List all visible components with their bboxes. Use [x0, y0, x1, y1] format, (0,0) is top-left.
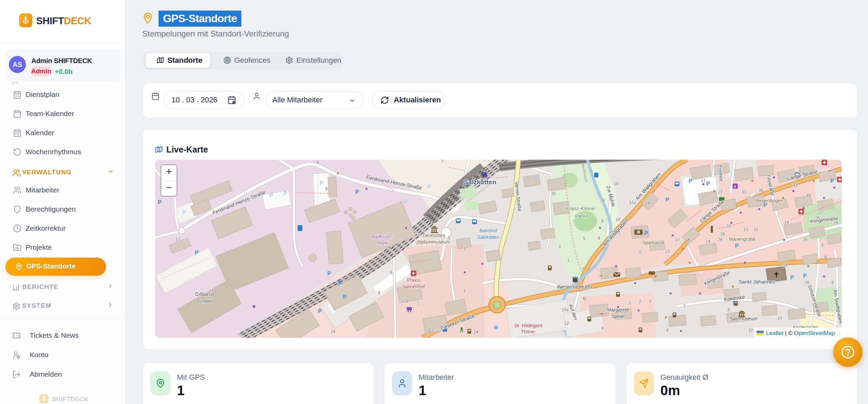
svg-text:12a: 12a [401, 299, 408, 303]
svg-text:48: 48 [806, 193, 811, 198]
svg-text:Speier: Speier [611, 314, 625, 319]
svg-text:1: 1 [463, 289, 466, 293]
svg-text:&: & [734, 185, 736, 188]
svg-text:1: 1 [649, 299, 652, 304]
svg-text:Park: Park [575, 213, 586, 219]
svg-text:P: P [318, 308, 322, 314]
svg-text:3: 3 [629, 301, 631, 305]
svg-text:1: 1 [567, 258, 570, 263]
svg-text:10a: 10a [562, 307, 568, 312]
svg-text:P: P [830, 178, 834, 184]
svg-text:P: P [790, 275, 794, 280]
svg-text:Mariengrotte: Mariengrotte [729, 236, 756, 242]
svg-text:8: 8 [832, 280, 834, 285]
svg-text:19: 19 [784, 220, 789, 225]
svg-text:6: 6 [825, 255, 827, 259]
svg-text:P: P [355, 189, 359, 195]
svg-text:5: 5 [583, 236, 585, 241]
svg-text:16: 16 [805, 280, 809, 285]
svg-text:24: 24 [331, 329, 335, 334]
svg-text:P: P [343, 294, 347, 300]
svg-text:P: P [284, 190, 287, 196]
svg-text:17: 17 [176, 237, 180, 242]
svg-text:Westerntorturm: Westerntorturm [557, 284, 592, 290]
svg-text:P: P [803, 273, 807, 279]
svg-text:14: 14 [782, 263, 787, 268]
svg-text:8: 8 [317, 160, 319, 165]
svg-text:20: 20 [551, 191, 556, 196]
svg-text:16: 16 [600, 198, 605, 203]
svg-text:Raiffeisen-: Raiffeisen- [372, 234, 394, 240]
svg-text:5: 5 [326, 187, 328, 191]
svg-text:27: 27 [818, 210, 823, 215]
svg-text:Praxis: Praxis [407, 277, 420, 283]
svg-text:26: 26 [718, 237, 722, 242]
svg-text:7: 7 [441, 160, 444, 164]
svg-text:11: 11 [638, 249, 642, 254]
svg-text:P: P [706, 181, 710, 187]
svg-text:43: 43 [793, 183, 797, 188]
svg-text:P: P [735, 243, 739, 249]
svg-text:Salzkotten: Salzkotten [464, 178, 496, 186]
svg-text:13: 13 [743, 227, 748, 232]
svg-text:10: 10 [748, 328, 753, 333]
svg-text:6: 6 [390, 270, 392, 275]
svg-text:P: P [483, 160, 487, 162]
svg-text:P: P [404, 199, 408, 204]
svg-text:P: P [195, 250, 199, 256]
svg-text:6: 6 [598, 236, 600, 241]
svg-text:Polizeimuseum: Polizeimuseum [418, 239, 450, 245]
svg-text:3: 3 [558, 244, 561, 249]
svg-text:1: 1 [417, 301, 420, 305]
svg-text:18: 18 [614, 181, 618, 186]
svg-text:9: 9 [601, 326, 604, 331]
svg-text:20: 20 [803, 237, 808, 242]
svg-text:24: 24 [706, 239, 710, 244]
svg-text:7: 7 [495, 208, 497, 213]
svg-text:Sparkasse: Sparkasse [642, 240, 665, 245]
svg-text:Franz-Kleine: Franz-Kleine [566, 205, 595, 211]
svg-text:5: 5 [464, 247, 466, 251]
svg-text:P: P [338, 280, 342, 286]
svg-text:Dr. Hildegard: Dr. Hildegard [514, 323, 542, 328]
svg-text:8: 8 [378, 290, 380, 295]
svg-text:P: P [269, 192, 273, 198]
svg-text:P: P [665, 197, 669, 203]
svg-text:10: 10 [777, 316, 782, 321]
svg-text:Margarete: Margarete [607, 307, 629, 313]
svg-text:P: P [689, 178, 692, 184]
svg-text:13: 13 [665, 249, 670, 254]
svg-text:Regenbogen: Regenbogen [756, 198, 783, 203]
svg-text:8: 8 [601, 219, 604, 223]
svg-text:Salzkotten: Salzkotten [477, 234, 499, 240]
svg-text:P: P [327, 271, 331, 276]
svg-text:P: P [733, 300, 737, 306]
svg-text:9: 9 [666, 328, 669, 333]
svg-text:Gilbarco: Gilbarco [195, 291, 214, 297]
svg-text:→: → [815, 257, 820, 263]
svg-text:4: 4 [821, 243, 824, 247]
svg-text:P: P [535, 176, 538, 182]
svg-text:Cl: Cl [428, 328, 433, 333]
svg-text:P: P [320, 180, 324, 186]
svg-text:Salzmuseum: Salzmuseum [730, 316, 758, 321]
svg-text:P: P [428, 184, 431, 190]
svg-text:Deutsches: Deutsches [423, 233, 445, 238]
svg-text:2: 2 [584, 297, 587, 301]
svg-text:Leaflet | © OpenStreetMap: Leaflet | © OpenStreetMap [766, 330, 835, 336]
svg-text:7: 7 [582, 267, 584, 272]
svg-text:Bahnhof: Bahnhof [479, 228, 497, 233]
svg-text:15: 15 [753, 227, 758, 232]
svg-text:2: 2 [639, 299, 641, 304]
svg-text:32: 32 [726, 224, 731, 229]
svg-text:27: 27 [718, 190, 723, 194]
svg-text:8: 8 [728, 307, 730, 312]
svg-text:17: 17 [701, 178, 706, 183]
svg-text:P: P [182, 210, 186, 215]
svg-text:GmbH: GmbH [197, 298, 212, 304]
svg-text:35: 35 [759, 188, 763, 193]
svg-text:P: P [644, 230, 648, 236]
svg-text:14: 14 [645, 201, 650, 206]
svg-text:Markt: Markt [377, 240, 389, 246]
svg-text:10: 10 [615, 217, 620, 222]
